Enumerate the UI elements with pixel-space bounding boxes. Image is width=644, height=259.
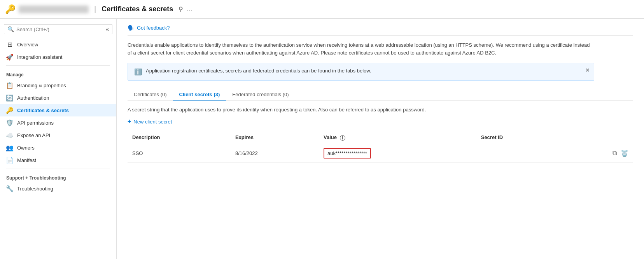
info-banner-text: Application registration certificates, s…: [146, 68, 371, 74]
col-secret-id: Secret ID: [476, 131, 563, 144]
app-icon: 🔑: [5, 4, 16, 15]
sidebar-item-label: Integration assistant: [17, 54, 62, 60]
tab-subtitle: A secret string that the application use…: [128, 107, 633, 113]
doc-icon: 📄: [6, 157, 13, 164]
divider-manage: [6, 65, 110, 66]
tabs: Certificates (0) Client secrets (3) Fede…: [128, 88, 633, 101]
table-row: SSO 8/16/2022 auk**************** ⧉ 🗑️: [128, 144, 633, 162]
description-text: Credentials enable applications to ident…: [128, 41, 594, 56]
tab-certificates[interactable]: Certificates (0): [128, 88, 173, 101]
delete-icon[interactable]: 🗑️: [621, 150, 628, 157]
info-banner: ℹ️ Application registration certificates…: [128, 63, 594, 81]
sidebar-item-expose-api[interactable]: ☁️ Expose an API: [0, 129, 116, 141]
tab-federated[interactable]: Federated credentials (0): [226, 88, 295, 101]
cloud-icon: ☁️: [6, 132, 13, 139]
cell-secret-id: [476, 144, 563, 162]
app-name-blurred: [19, 5, 89, 13]
divider-support: [6, 169, 110, 169]
main-content: 🗣️ Got feedback? Credentials enable appl…: [117, 19, 644, 259]
grid-icon: ⊞: [6, 41, 13, 48]
sidebar-item-label: Manifest: [17, 157, 36, 163]
sidebar-item-troubleshooting[interactable]: 🔧 Troubleshooting: [0, 182, 116, 195]
action-icons: ⧉ 🗑️: [568, 150, 628, 157]
search-input[interactable]: [16, 26, 86, 32]
page-title: Certificates & secrets: [102, 5, 173, 13]
sidebar-item-manifest[interactable]: 📄 Manifest: [0, 154, 116, 166]
new-client-secret-button[interactable]: + New client secret: [128, 118, 172, 125]
loop-icon: 🔄: [6, 94, 13, 101]
separator: |: [94, 5, 96, 14]
info-icon: ℹ️: [134, 68, 142, 76]
sidebar: 🔍 « ⊞ Overview 🚀 Integration assistant M…: [0, 19, 117, 259]
copy-icon[interactable]: ⧉: [612, 150, 617, 157]
plus-icon: +: [128, 118, 131, 125]
col-value: Value i: [319, 131, 476, 144]
col-description: Description: [128, 131, 231, 144]
cell-actions: ⧉ 🗑️: [563, 144, 633, 162]
manage-section-label: Manage: [0, 68, 116, 79]
sidebar-item-label: Authentication: [17, 95, 49, 101]
top-bar: 🔑 | Certificates & secrets ⚲ …: [0, 0, 644, 19]
more-options-icon[interactable]: …: [186, 6, 192, 13]
value-info-icon[interactable]: i: [340, 135, 345, 141]
sidebar-item-label: Expose an API: [17, 132, 50, 138]
sidebar-item-label: Troubleshooting: [17, 186, 53, 192]
tab-client-secrets[interactable]: Client secrets (3): [173, 88, 226, 101]
key-icon: 🔑: [5, 4, 16, 14]
new-secret-label: New client secret: [133, 119, 172, 125]
sidebar-item-label: Certificates & secrets: [17, 107, 69, 113]
sidebar-item-branding[interactable]: 📋 Branding & properties: [0, 79, 116, 92]
collapse-icon[interactable]: «: [106, 26, 109, 32]
feedback-icon: 🗣️: [128, 25, 134, 31]
value-highlighted: auk****************: [324, 148, 371, 159]
sidebar-item-authentication[interactable]: 🔄 Authentication: [0, 92, 116, 104]
support-section-label: Support + Troubleshooting: [0, 171, 116, 182]
feedback-label: Got feedback?: [137, 25, 170, 31]
search-box[interactable]: 🔍 «: [4, 24, 112, 34]
search-icon: 🔍: [7, 26, 14, 32]
form-icon: 📋: [6, 82, 13, 89]
key-icon: 🔑: [6, 107, 13, 114]
feedback-bar[interactable]: 🗣️ Got feedback?: [128, 25, 633, 36]
sidebar-item-label: Branding & properties: [17, 83, 66, 88]
close-banner-button[interactable]: ✕: [585, 67, 590, 73]
sidebar-item-label: API permissions: [17, 120, 54, 126]
pin-icon[interactable]: ⚲: [178, 5, 183, 13]
shield-icon: 🛡️: [6, 119, 13, 126]
people-icon: 👥: [6, 144, 13, 151]
sidebar-item-label: Owners: [17, 145, 35, 151]
col-actions: [563, 131, 633, 144]
sidebar-item-overview[interactable]: ⊞ Overview: [0, 38, 116, 51]
sidebar-item-integration[interactable]: 🚀 Integration assistant: [0, 51, 116, 63]
cell-value: auk****************: [319, 144, 476, 162]
sidebar-item-owners[interactable]: 👥 Owners: [0, 141, 116, 154]
rocket-icon: 🚀: [6, 53, 13, 60]
cell-description: SSO: [128, 144, 231, 162]
cell-expires: 8/16/2022: [231, 144, 319, 162]
sidebar-item-api-permissions[interactable]: 🛡️ API permissions: [0, 116, 116, 129]
sidebar-item-certificates[interactable]: 🔑 Certificates & secrets: [0, 104, 116, 116]
wrench-icon: 🔧: [6, 185, 13, 192]
secrets-table: Description Expires Value i Secret ID SS…: [128, 131, 633, 163]
sidebar-item-label: Overview: [17, 42, 38, 48]
layout: 🔍 « ⊞ Overview 🚀 Integration assistant M…: [0, 19, 644, 259]
col-expires: Expires: [231, 131, 319, 144]
